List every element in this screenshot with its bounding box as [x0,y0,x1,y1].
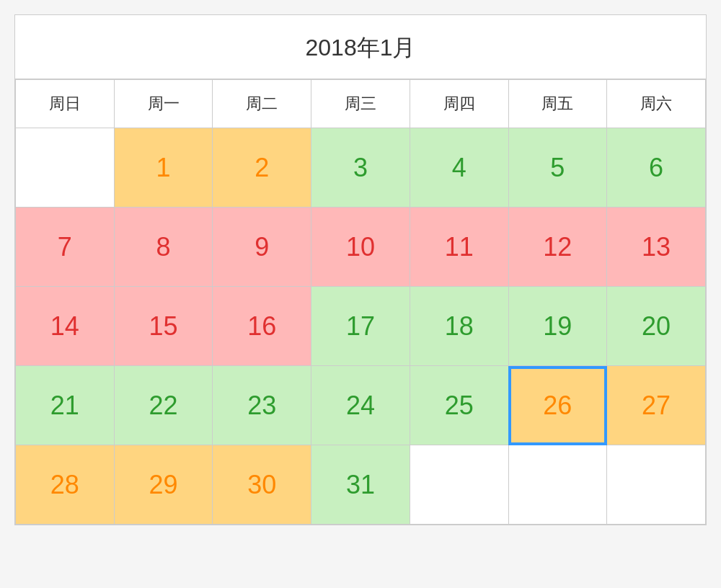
calendar-day-cell[interactable]: 26 [508,366,607,445]
calendar-week-row: 21222324252627 [16,366,706,445]
calendar-header-row: 周日 周一 周二 周三 周四 周五 周六 [16,80,706,128]
calendar-day-cell[interactable]: 29 [114,445,213,525]
calendar-day-cell[interactable] [16,128,115,208]
calendar-day-cell[interactable]: 31 [311,445,410,525]
calendar-week-row: 123456 [16,128,706,208]
calendar-week-row: 28293031 [16,445,706,525]
calendar-day-cell[interactable]: 7 [16,208,115,287]
calendar-day-cell[interactable]: 16 [213,287,311,366]
calendar-day-cell[interactable]: 24 [311,366,410,445]
calendar-day-cell[interactable]: 19 [508,287,607,366]
calendar-day-cell[interactable]: 5 [508,128,607,208]
calendar-week-row: 78910111213 [16,208,706,287]
header-monday: 周一 [114,80,213,128]
calendar: 2018年1月 周日 周一 周二 周三 周四 周五 周六 12345678910… [14,14,707,525]
calendar-week-row: 14151617181920 [16,287,706,366]
calendar-day-cell[interactable] [508,445,607,525]
calendar-day-cell[interactable]: 3 [311,128,410,208]
calendar-day-cell[interactable]: 11 [410,208,508,287]
calendar-day-cell[interactable] [410,445,508,525]
calendar-day-cell[interactable]: 25 [410,366,508,445]
calendar-day-cell[interactable]: 17 [311,287,410,366]
calendar-day-cell[interactable]: 21 [16,366,115,445]
calendar-day-cell[interactable]: 12 [508,208,607,287]
header-saturday: 周六 [607,80,706,128]
calendar-day-cell[interactable]: 18 [410,287,508,366]
calendar-day-cell[interactable]: 8 [114,208,213,287]
calendar-day-cell[interactable]: 10 [311,208,410,287]
calendar-day-cell[interactable] [607,445,706,525]
header-thursday: 周四 [410,80,508,128]
calendar-day-cell[interactable]: 20 [607,287,706,366]
calendar-day-cell[interactable]: 15 [114,287,213,366]
calendar-day-cell[interactable]: 2 [213,128,311,208]
calendar-day-cell[interactable]: 30 [213,445,311,525]
calendar-day-cell[interactable]: 14 [16,287,115,366]
calendar-day-cell[interactable]: 27 [607,366,706,445]
calendar-table: 周日 周一 周二 周三 周四 周五 周六 1234567891011121314… [15,79,706,525]
calendar-day-cell[interactable]: 13 [607,208,706,287]
calendar-day-cell[interactable]: 28 [16,445,115,525]
calendar-day-cell[interactable]: 1 [114,128,213,208]
calendar-title: 2018年1月 [15,15,706,79]
header-friday: 周五 [508,80,607,128]
calendar-day-cell[interactable]: 6 [607,128,706,208]
calendar-day-cell[interactable]: 4 [410,128,508,208]
calendar-day-cell[interactable]: 23 [213,366,311,445]
calendar-day-cell[interactable]: 22 [114,366,213,445]
header-wednesday: 周三 [311,80,410,128]
header-sunday: 周日 [16,80,115,128]
calendar-day-cell[interactable]: 9 [213,208,311,287]
header-tuesday: 周二 [213,80,311,128]
